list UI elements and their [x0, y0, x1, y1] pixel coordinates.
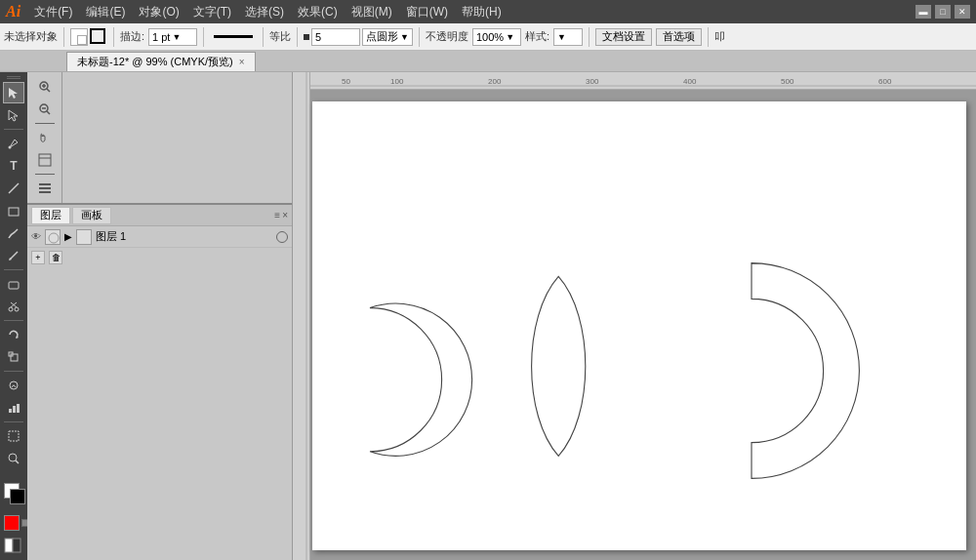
layers-tab[interactable]: 图层: [31, 207, 70, 224]
stroke-color-indicator[interactable]: [90, 28, 107, 46]
collapse-btn[interactable]: 叩: [714, 29, 725, 44]
svg-rect-18: [13, 406, 16, 413]
left-panel: 图层 画板 ≡ × 👁 ▶ 图层 1 +: [27, 72, 293, 560]
minimize-button[interactable]: ▬: [915, 5, 931, 19]
add-layer-button[interactable]: +: [31, 251, 45, 264]
page-tool[interactable]: [31, 149, 59, 171]
svg-point-3: [9, 146, 12, 149]
opacity-dropdown-arrow: ▼: [506, 32, 514, 42]
maximize-button[interactable]: □: [935, 5, 951, 19]
type-tool[interactable]: T: [3, 155, 24, 177]
zoom-out-tool[interactable]: [31, 99, 59, 120]
separator-2: [113, 27, 114, 47]
menu-help[interactable]: 帮助(H): [456, 2, 508, 22]
document-canvas[interactable]: [312, 101, 966, 550]
stroke-preview: [214, 35, 253, 38]
menu-select[interactable]: 选择(S): [239, 2, 290, 22]
view-mode-tool[interactable]: [2, 535, 23, 556]
toolbar-scroll-indicator: [7, 76, 20, 79]
doc-settings-button[interactable]: 文档设置: [595, 28, 652, 46]
panel-menu-icon[interactable]: ≡: [274, 210, 280, 220]
separator-8: [708, 27, 709, 47]
svg-line-4: [9, 183, 19, 193]
toolbar-sep-3: [4, 320, 23, 321]
menu-edit[interactable]: 编辑(E): [80, 2, 131, 22]
ruler-left: [293, 72, 310, 560]
layer-options-tool[interactable]: [31, 178, 59, 199]
panel-tabs: 图层 画板 ≡ ×: [27, 205, 292, 226]
tab-close-button[interactable]: ×: [239, 57, 245, 67]
toolbar-sep-1: [4, 129, 23, 130]
rotate-tool[interactable]: [3, 324, 24, 345]
scissors-tool[interactable]: [3, 296, 24, 317]
svg-text:300: 300: [586, 77, 599, 86]
dot-icon: [304, 34, 309, 40]
artboard-tool[interactable]: [3, 425, 24, 447]
layer-name[interactable]: 图层 1: [96, 229, 272, 244]
dot-size-dropdown[interactable]: 5: [311, 28, 360, 46]
panel-collapse-icon[interactable]: ×: [282, 210, 288, 220]
select-tool[interactable]: [3, 82, 24, 103]
rect-tool[interactable]: [3, 200, 24, 221]
layer-visibility-icon[interactable]: 👁: [31, 231, 41, 242]
scale-tool[interactable]: [3, 346, 24, 368]
svg-rect-35: [39, 187, 51, 189]
line-tool[interactable]: [3, 178, 24, 199]
preferences-button[interactable]: 首选项: [656, 28, 702, 46]
svg-text:100: 100: [390, 77, 404, 86]
layer-expand-arrow[interactable]: ▶: [64, 231, 72, 242]
hand-tool[interactable]: [31, 127, 59, 148]
opacity-dropdown[interactable]: 100% ▼: [472, 28, 521, 46]
fill-color-swatch[interactable]: [70, 28, 88, 46]
svg-point-21: [9, 454, 17, 461]
menu-view[interactable]: 视图(M): [346, 2, 398, 22]
menu-effect[interactable]: 效果(C): [292, 2, 344, 22]
eraser-tool[interactable]: [3, 273, 24, 295]
stroke-size-dropdown[interactable]: 1 pt ▼: [148, 28, 197, 46]
style-dropdown[interactable]: ▼: [553, 28, 583, 46]
menu-object[interactable]: 对象(O): [133, 2, 184, 22]
lens-shape[interactable]: [532, 276, 586, 456]
ruler-top: // just static ruler marks via inline 50…: [293, 72, 976, 90]
close-button[interactable]: ✕: [955, 5, 970, 19]
zoom-tool[interactable]: [3, 448, 24, 469]
menu-window[interactable]: 窗口(W): [400, 2, 454, 22]
svg-rect-14: [11, 354, 18, 361]
direct-select-tool[interactable]: [3, 104, 24, 126]
graph-tool[interactable]: [3, 397, 24, 419]
svg-text:600: 600: [878, 77, 892, 86]
svg-line-26: [47, 89, 50, 92]
crescent-shape-left[interactable]: [370, 303, 472, 456]
separator-1: [63, 27, 64, 47]
svg-rect-24: [13, 539, 20, 552]
style-label: 样式:: [525, 29, 549, 44]
style-dropdown-arrow: ▼: [557, 32, 566, 42]
warp-tool[interactable]: [3, 375, 24, 396]
shape-dropdown[interactable]: 点圆形 ▼: [362, 28, 413, 46]
secondary-toolbar: [27, 72, 62, 203]
pencil-tool[interactable]: [3, 245, 24, 266]
artboard-tab[interactable]: 画板: [72, 207, 111, 224]
bottom-tools: [2, 535, 23, 556]
pen-tool[interactable]: [3, 133, 24, 154]
dot-size-group: 5 点圆形 ▼: [304, 28, 413, 46]
document-tab[interactable]: 未标题-12* @ 99% (CMYK/预览) ×: [66, 52, 256, 71]
stroke-swatch[interactable]: [10, 489, 25, 504]
zoom-in-tool[interactable]: [31, 76, 59, 98]
menu-bar: 文件(F) 编辑(E) 对象(O) 文字(T) 选择(S) 效果(C) 视图(M…: [28, 2, 508, 22]
menu-type[interactable]: 文字(T): [187, 2, 237, 22]
red-indicator[interactable]: [4, 515, 20, 531]
layer-target-circle[interactable]: [276, 231, 288, 243]
paintbrush-tool[interactable]: [3, 222, 24, 244]
sec-sep-1: [35, 123, 55, 124]
crescent-shape-right[interactable]: [752, 263, 859, 479]
svg-text:400: 400: [683, 77, 697, 86]
menu-file[interactable]: 文件(F): [28, 2, 78, 22]
layers-bottom-bar: + 🗑: [27, 248, 292, 267]
svg-rect-8: [9, 282, 19, 289]
tab-bar: 未标题-12* @ 99% (CMYK/预览) ×: [0, 51, 976, 72]
svg-rect-20: [9, 431, 19, 441]
stroke-label: 描边:: [120, 29, 144, 44]
color-swatches: [4, 483, 27, 506]
delete-layer-button[interactable]: 🗑: [49, 251, 62, 264]
